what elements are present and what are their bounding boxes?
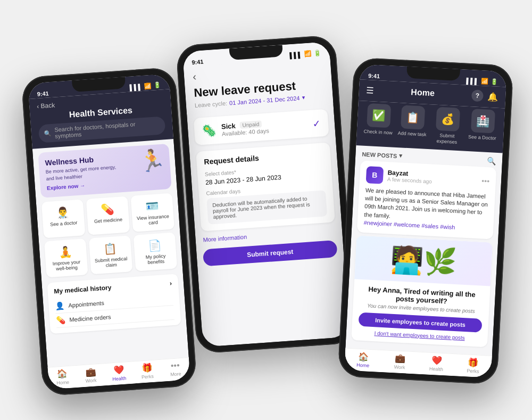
help-button[interactable]: ?	[471, 89, 484, 102]
home-nav-perks[interactable]: 🎁 Perks	[454, 356, 492, 375]
action-expenses[interactable]: 💰 Submit expenses	[430, 106, 466, 145]
leave-card-check: ✓	[312, 117, 321, 129]
see-doctor-label: See a Doctor	[468, 134, 496, 141]
nav-more-icon: •••	[170, 360, 180, 370]
wifi-icon: 📶	[304, 50, 312, 57]
home-post-card: B Bayzat A few seconds ago ••• We are pl…	[357, 160, 497, 239]
signal-icon: ▌▌▌	[289, 51, 302, 59]
wellbeing-label: Improve your well-being	[49, 259, 85, 272]
wellness-banner[interactable]: Wellness Hub Be more active, get more en…	[38, 143, 171, 197]
health-nav-health[interactable]: ❤️ Health	[104, 364, 134, 382]
battery-icon-h: 🔋	[154, 81, 162, 89]
action-add-task[interactable]: 📋 Add new task	[396, 104, 430, 143]
grid-get-medicine[interactable]: 💊 Get medicine	[86, 196, 130, 235]
signal-icon-home: ▌▌▌	[466, 77, 479, 84]
posts-search-icon[interactable]: 🔍	[487, 156, 496, 165]
status-icons-health: ▌▌▌ 📶 🔋	[129, 81, 161, 90]
health-search-placeholder: Search for doctors, hospitals or symptom…	[54, 119, 160, 139]
phone-health-inner: 9:41 ▌▌▌ 📶 🔋 ‹ Back Health Services 🔍 Se…	[28, 73, 190, 389]
health-search-icon: 🔍	[44, 129, 52, 137]
home-screen: 9:41 ▌▌▌ 📶 🔋 ☰ Home ? 🔔	[344, 64, 507, 378]
home-nav-work[interactable]: 💼 Work	[381, 352, 419, 371]
home-header-icons: ? 🔔	[471, 89, 498, 103]
leave-details-section: Request details Select dates* 28 Jun 202…	[196, 142, 335, 231]
phone-leave-inner: 9:41 ▌▌▌ 📶 🔋 ‹ New leave request Leave c…	[182, 42, 350, 347]
leave-cycle-label: Leave cycle:	[195, 100, 228, 108]
scene: 9:41 ▌▌▌ 📶 🔋 ‹ New leave request Leave c…	[11, 8, 521, 413]
bell-icon[interactable]: 🔔	[487, 91, 498, 102]
action-doctor[interactable]: 🏥 See a Doctor	[466, 108, 500, 147]
medicine-label: Get medicine	[94, 217, 123, 224]
nav-home-label: Home	[56, 379, 70, 385]
doctor-icon: 👨‍⚕️	[56, 205, 70, 219]
expenses-icon: 💰	[436, 106, 460, 131]
nav-perks-label: Perks	[142, 373, 154, 380]
post-tags: #newjoiner #welcome #sales #wish	[363, 219, 455, 230]
addtask-icon: 📋	[401, 105, 425, 129]
promo-invite-btn[interactable]: Invite employees to create posts	[359, 312, 483, 332]
post-more-btn[interactable]: •••	[481, 176, 490, 185]
nav-health-icon: ❤️	[113, 364, 124, 375]
status-time-health: 9:41	[37, 89, 49, 97]
leave-cycle-chevron[interactable]: ▾	[302, 94, 305, 101]
home-nav-home[interactable]: 🏠 Home	[344, 350, 382, 369]
grid-medical-claim[interactable]: 📋 Submit medical claim	[89, 235, 133, 274]
home-nav-health-label: Health	[429, 366, 444, 372]
medicine-orders-label: Medicine orders	[69, 314, 111, 323]
home-nav-health-icon: ❤️	[431, 355, 442, 365]
leave-header: ‹ New leave request Leave cycle: 01 Jan …	[184, 56, 334, 114]
health-nav-more[interactable]: ••• More	[161, 360, 190, 378]
health-nav-work[interactable]: 💼 Work	[76, 366, 105, 384]
appointments-label: Appointments	[68, 300, 104, 309]
medicine-icon: 💊	[101, 202, 115, 216]
checkin-label: Check in now	[363, 128, 393, 136]
notch-home	[406, 66, 460, 80]
status-time-leave: 9:41	[192, 58, 204, 65]
home-quick-actions: ✅ Check in now 📋 Add new task 💰 Submit e…	[356, 101, 505, 153]
nav-work-icon: 💼	[85, 366, 96, 377]
grid-wellbeing[interactable]: 🧘 Improve your well-being	[44, 238, 88, 277]
post-text: We are pleased to announce that Hiba Jam…	[363, 186, 489, 233]
home-nav-home-icon: 🏠	[358, 351, 369, 361]
action-checkin[interactable]: ✅ Check in now	[362, 103, 396, 142]
status-time-home: 9:41	[368, 72, 380, 79]
home-nav-home-label: Home	[356, 362, 370, 368]
policy-icon: 📄	[148, 238, 162, 252]
home-nav-work-icon: 💼	[394, 353, 405, 364]
claim-icon: 📋	[103, 242, 118, 256]
wellness-art-icon: 🏃	[138, 147, 166, 174]
home-bottom-nav: 🏠 Home 💼 Work ❤️ Health 🎁 Perks	[344, 348, 492, 377]
phone-home-inner: 9:41 ▌▌▌ 📶 🔋 ☰ Home ? 🔔	[344, 64, 507, 378]
health-screen: 9:41 ▌▌▌ 📶 🔋 ‹ Back Health Services 🔍 Se…	[28, 73, 190, 389]
nav-health-label: Health	[112, 375, 127, 382]
health-nav-perks[interactable]: 🎁 Perks	[132, 361, 162, 380]
wifi-icon-home: 📶	[481, 78, 489, 85]
addtask-label: Add new task	[397, 130, 427, 138]
health-grid: 👨‍⚕️ See a doctor 💊 Get medicine 🪪 View …	[41, 193, 177, 277]
home-menu-icon[interactable]: ☰	[366, 85, 374, 95]
policy-label: My policy benefits	[138, 252, 173, 266]
status-icons-leave: ▌▌▌ 📶 🔋	[289, 50, 321, 59]
medicine-orders-icon: 💊	[56, 316, 65, 325]
leave-card-badge: Unpaid	[239, 120, 262, 129]
checkin-icon: ✅	[367, 103, 391, 128]
phone-leave: 9:41 ▌▌▌ 📶 🔋 ‹ New leave request Leave c…	[176, 35, 356, 354]
nav-perks-icon: 🎁	[142, 362, 153, 373]
posts-chevron[interactable]: ▾	[399, 152, 403, 159]
home-nav-health[interactable]: ❤️ Health	[418, 354, 455, 373]
promo-art-icon: 🧑‍💻🌿	[390, 243, 458, 277]
health-nav-home[interactable]: 🏠 Home	[48, 367, 77, 386]
status-icons-home: ▌▌▌ 📶 🔋	[466, 77, 498, 85]
phone-health: 9:41 ▌▌▌ 📶 🔋 ‹ Back Health Services 🔍 Se…	[21, 67, 197, 396]
grid-see-doctor[interactable]: 👨‍⚕️ See a doctor	[41, 199, 86, 238]
grid-insurance-card[interactable]: 🪪 View insurance card	[130, 193, 174, 232]
home-nav-perks-label: Perks	[467, 368, 479, 374]
post-header: B Bayzat A few seconds ago •••	[366, 166, 490, 189]
leave-card-info: Sick Unpaid Available: 40 days	[221, 119, 269, 137]
battery-icon: 🔋	[313, 50, 321, 57]
grid-policy[interactable]: 📄 My policy benefits	[134, 232, 178, 271]
home-title: Home	[411, 87, 435, 98]
battery-icon-home: 🔋	[491, 78, 498, 86]
phone-home: 9:41 ▌▌▌ 📶 🔋 ☰ Home ? 🔔	[338, 57, 514, 384]
leave-sick-card[interactable]: 🦠 Sick Unpaid Available: 40 days ✓	[194, 109, 329, 145]
